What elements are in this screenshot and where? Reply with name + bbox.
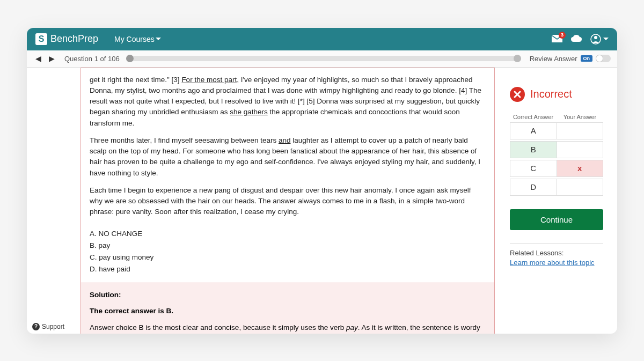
- passage-para-3: Each time I begin to experience a new pa…: [90, 185, 486, 218]
- choice-a: A. NO CHANGE: [90, 229, 486, 239]
- chevron-down-icon: [603, 38, 609, 40]
- answer-choices: A. NO CHANGE B. pay C. pay using money D…: [90, 224, 486, 275]
- table-row: A: [510, 122, 603, 139]
- table-row: D: [510, 179, 603, 196]
- col-header-correct: Correct Answer: [510, 114, 557, 120]
- toggle-switch[interactable]: [596, 55, 611, 62]
- sub-bar: ◀ ▶ Question 1 of 106 Review Answer On: [27, 50, 617, 68]
- solution-box: Solution: The correct answer is B. Answe…: [80, 283, 495, 334]
- your-cell: [557, 142, 603, 158]
- content-column: get it right the next time." [3] For the…: [27, 68, 504, 334]
- messages-icon[interactable]: 3: [552, 35, 562, 43]
- solution-explanation: Answer choice B is the most clear and co…: [90, 322, 486, 333]
- review-label: Review Answer: [530, 55, 577, 63]
- review-answer-toggle[interactable]: Review Answer On: [530, 55, 611, 63]
- table-row: C x: [510, 160, 603, 177]
- result-sidebar: Incorrect Correct Answer Your Answer A B…: [504, 68, 617, 334]
- table-row: B: [510, 141, 603, 158]
- passage-box: get it right the next time." [3] For the…: [80, 68, 495, 283]
- my-courses-menu[interactable]: My Courses: [114, 35, 161, 43]
- correct-cell: C: [510, 160, 557, 176]
- prev-question-button[interactable]: ◀: [33, 53, 43, 64]
- help-icon: ?: [32, 323, 40, 330]
- your-cell: [557, 123, 603, 139]
- choice-c: C. pay using money: [90, 252, 486, 263]
- related-lessons-link[interactable]: Learn more about this topic: [510, 259, 603, 267]
- toggle-state-label: On: [581, 55, 593, 62]
- underline-segment: and: [279, 136, 291, 144]
- your-cell: [557, 179, 603, 195]
- choice-b: B. pay: [90, 240, 486, 251]
- svg-point-1: [594, 36, 597, 39]
- underline-segment: For the most part: [181, 76, 237, 84]
- choice-d: D. have paid: [90, 264, 486, 275]
- col-header-your: Your Answer: [557, 114, 603, 120]
- top-bar: S BenchPrep My Courses 3: [27, 28, 617, 50]
- incorrect-icon: [510, 87, 525, 102]
- notification-badge: 3: [559, 32, 566, 39]
- progress-slider[interactable]: [126, 56, 521, 61]
- result-status: Incorrect: [510, 87, 603, 102]
- divider: [510, 243, 603, 244]
- correct-cell: B: [510, 142, 557, 158]
- answer-comparison-table: Correct Answer Your Answer A B C x D: [510, 114, 603, 197]
- next-question-button[interactable]: ▶: [47, 53, 57, 64]
- progress-start-knob: [126, 55, 134, 62]
- passage-para-1: get it right the next time." [3] For the…: [90, 75, 486, 129]
- correct-cell: A: [510, 123, 557, 139]
- brand-text: BenchPrep: [50, 33, 98, 45]
- passage-para-2: Three months later, I find myself seesaw…: [90, 135, 486, 179]
- related-lessons-label: Related Lessons:: [510, 249, 603, 257]
- correct-answer-statement: The correct answer is B.: [90, 306, 486, 317]
- underline-segment: she gathers: [230, 108, 268, 116]
- correct-cell: D: [510, 179, 557, 195]
- solution-heading: Solution:: [90, 290, 486, 301]
- support-label: Support: [42, 323, 64, 330]
- chevron-down-icon: [156, 38, 161, 40]
- progress-handle[interactable]: [514, 55, 521, 62]
- your-cell: x: [557, 160, 603, 176]
- profile-menu[interactable]: [590, 34, 609, 45]
- brand-logo[interactable]: S BenchPrep: [35, 33, 98, 45]
- support-button[interactable]: ? Support: [32, 323, 64, 330]
- cloud-icon[interactable]: [571, 35, 582, 43]
- my-courses-label: My Courses: [114, 35, 155, 43]
- brand-icon: S: [35, 33, 47, 45]
- continue-button[interactable]: Continue: [510, 209, 603, 230]
- question-counter: Question 1 of 106: [64, 55, 120, 63]
- result-label: Incorrect: [530, 88, 572, 100]
